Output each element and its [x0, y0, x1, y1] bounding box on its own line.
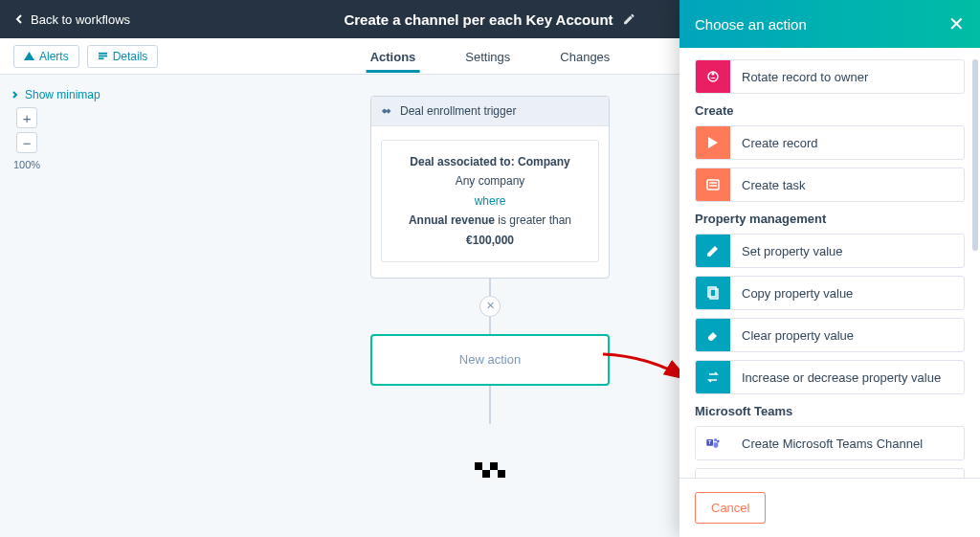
new-action-label: New action	[459, 352, 521, 367]
zoom-out-button[interactable]: −	[16, 132, 37, 153]
remove-branch-button[interactable]: ✕	[479, 296, 501, 317]
assoc-line: Deal associated to: Company	[390, 152, 590, 171]
action-label: Clear property value	[730, 328, 854, 343]
action-label: Rotate record to owner	[730, 70, 868, 84]
eraser-icon	[696, 318, 730, 352]
group-label: Microsoft Teams	[695, 404, 965, 418]
action-label: Create Microsoft Teams Channel	[730, 436, 923, 451]
action-label: Copy property value	[730, 286, 853, 301]
end-marker	[475, 462, 505, 478]
swap-icon	[696, 360, 730, 394]
details-icon	[98, 51, 108, 61]
alerts-button[interactable]: Alerts	[13, 45, 79, 68]
create-icon	[696, 125, 730, 160]
action-send-teams-notif[interactable]: Send Microsoft Teams Notifications	[695, 468, 965, 478]
action-panel: Choose an action ✕ Rotate record to owne…	[679, 0, 980, 537]
toolbar-left: Alerts Details	[0, 45, 158, 68]
tab-actions[interactable]: Actions	[367, 40, 420, 72]
edit-title-icon[interactable]	[623, 12, 636, 26]
action-label: Set property value	[730, 244, 843, 258]
trigger-card[interactable]: Deal enrollment trigger Deal associated …	[370, 96, 610, 279]
connector-line	[489, 386, 491, 424]
group-label: Create	[695, 103, 965, 118]
tab-settings[interactable]: Settings	[461, 40, 514, 72]
zoom-in-button[interactable]: +	[16, 107, 37, 128]
zoom-controls: + − 100%	[13, 107, 40, 170]
panel-footer: Cancel	[679, 478, 980, 537]
details-label: Details	[113, 50, 148, 63]
action-set-property[interactable]: Set property value	[695, 234, 965, 268]
handshake-icon	[381, 104, 394, 118]
teams-icon	[696, 426, 730, 460]
cancel-button[interactable]: Cancel	[695, 492, 766, 524]
svg-rect-2	[99, 57, 104, 59]
action-create-teams-channel[interactable]: Create Microsoft Teams Channel	[695, 426, 965, 460]
trigger-head: Deal enrollment trigger	[371, 97, 609, 126]
action-label: Create record	[730, 136, 817, 150]
revenue-condition: Annual revenue is greater than	[390, 211, 590, 230]
action-create-record[interactable]: Create record	[695, 125, 965, 160]
new-action-card[interactable]: New action	[370, 334, 610, 386]
close-panel-button[interactable]: ✕	[948, 14, 965, 34]
panel-body[interactable]: Rotate record to ownerCreateCreate recor…	[679, 48, 980, 478]
trigger-body: Deal associated to: Company Any company …	[371, 126, 609, 278]
tab-changes[interactable]: Changes	[556, 40, 613, 72]
action-rotate-owner[interactable]: Rotate record to owner	[695, 59, 965, 94]
connector-line	[489, 279, 491, 296]
tabs: Actions Settings Changes	[367, 40, 614, 72]
workflow-flow: Deal enrollment trigger Deal associated …	[370, 96, 610, 478]
chevron-left-icon	[15, 14, 25, 24]
any-company: Any company	[390, 171, 590, 190]
action-create-task[interactable]: Create task	[695, 168, 965, 202]
rotate-icon	[696, 59, 730, 94]
edit-icon	[696, 234, 730, 268]
back-label: Back to workflows	[31, 12, 130, 27]
back-to-workflows[interactable]: Back to workflows	[15, 12, 130, 27]
action-label: Create task	[730, 178, 805, 192]
page-title: Create a channel per each Key Account	[344, 11, 612, 28]
chevron-right-icon	[11, 91, 19, 99]
trigger-title: Deal enrollment trigger	[400, 104, 516, 118]
panel-title: Choose an action	[695, 16, 807, 33]
group-label: Property management	[695, 212, 965, 226]
copy-icon	[696, 276, 730, 310]
action-label: Increase or decrease property value	[730, 370, 941, 385]
action-clear-property[interactable]: Clear property value	[695, 318, 965, 352]
warning-icon	[24, 51, 34, 61]
page-title-wrap: Create a channel per each Key Account	[344, 11, 635, 28]
action-inc-dec-property[interactable]: Increase or decrease property value	[695, 360, 965, 394]
svg-rect-1	[99, 56, 107, 57]
panel-header: Choose an action ✕	[679, 0, 980, 48]
task-icon	[696, 168, 730, 202]
zoom-level: 100%	[13, 159, 40, 170]
details-button[interactable]: Details	[87, 45, 159, 68]
trigger-criteria[interactable]: Deal associated to: Company Any company …	[381, 140, 599, 262]
where-keyword: where	[390, 191, 590, 211]
svg-rect-0	[99, 53, 107, 55]
show-minimap-toggle[interactable]: Show minimap	[11, 88, 100, 101]
connector-line	[489, 317, 491, 334]
teams-icon	[696, 468, 730, 478]
minimap-label: Show minimap	[25, 88, 100, 101]
alerts-label: Alerts	[39, 50, 69, 63]
revenue-value: €100,000	[390, 231, 590, 250]
action-copy-property[interactable]: Copy property value	[695, 276, 965, 310]
